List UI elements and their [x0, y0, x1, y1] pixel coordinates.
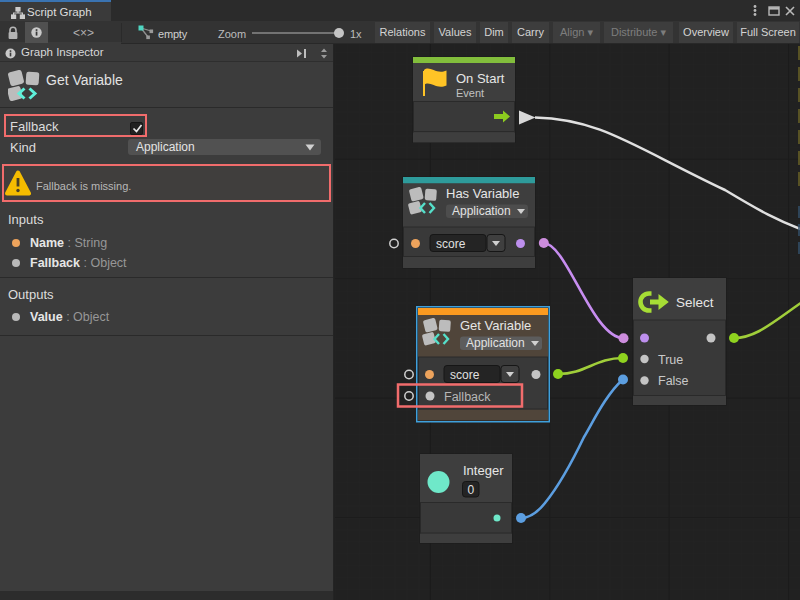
- svg-text:Get Variable: Get Variable: [460, 318, 531, 333]
- svg-text:Select: Select: [676, 295, 714, 310]
- svg-text:Has Variable: Has Variable: [446, 186, 519, 201]
- svg-text:Application: Application: [452, 204, 511, 218]
- svg-text:False: False: [658, 374, 689, 388]
- svg-text:Application: Application: [466, 336, 525, 350]
- svg-text:Event: Event: [456, 87, 484, 99]
- svg-text:score: score: [436, 237, 466, 251]
- svg-text:score: score: [450, 368, 480, 382]
- svg-text:0: 0: [468, 483, 475, 497]
- svg-text:True: True: [658, 353, 683, 367]
- svg-text:Fallback: Fallback: [444, 390, 491, 404]
- svg-text:Integer: Integer: [463, 463, 504, 478]
- svg-text:On Start: On Start: [456, 71, 505, 86]
